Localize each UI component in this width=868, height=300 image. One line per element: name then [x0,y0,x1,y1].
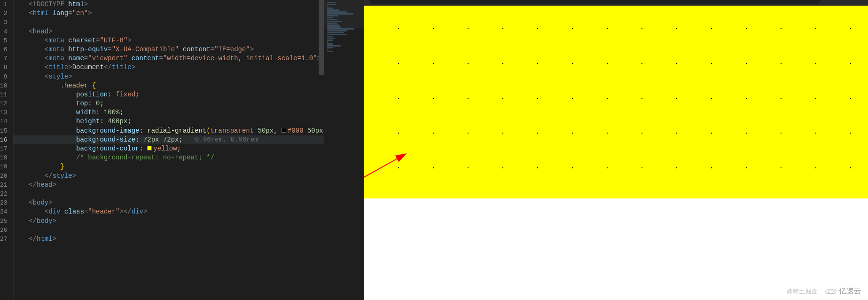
line-number: 5 [0,36,8,45]
browser-preview: http://127.0.0.1:5500/index.html @稀土掘金 [364,0,868,300]
browser-address-bar: http://127.0.0.1:5500/index.html [364,0,868,6]
url-input[interactable]: http://127.0.0.1:5500/index.html [368,0,822,4]
editor-vertical-scrollbar[interactable] [319,0,324,300]
minimap[interactable] [324,0,364,300]
line-number: 13 [0,108,8,117]
text-cursor [183,135,183,143]
line-number: 24 [0,207,8,216]
line-number: 23 [0,198,8,207]
code-editor[interactable]: 1234567891011121314151617181920212223242… [0,0,324,300]
active-line[interactable]: background-size: 72px 72px; 0.96rem, 0.9… [13,135,331,144]
line-number: 25 [0,217,8,226]
line-number: 16 [0,135,8,144]
line-number: 17 [0,144,8,153]
color-swatch-yellow [147,146,152,150]
scrollbar-thumb[interactable] [319,0,324,75]
line-number: 15 [0,126,8,135]
line-number: 2 [0,9,8,18]
line-number-gutter: 1234567891011121314151617181920212223242… [0,0,13,300]
line-number: 10 [0,81,8,90]
line-number: 22 [0,189,8,198]
line-number: 26 [0,226,8,235]
line-number: 9 [0,72,8,81]
color-swatch-black [282,128,286,133]
line-number: 8 [0,63,8,72]
code-content[interactable]: <!DOCTYPE html> <html lang="en"> <head> … [13,0,331,300]
line-number: 19 [0,162,8,171]
inline-hint: 0.96rem, 0.96rem [183,136,258,143]
line-number: 7 [0,54,8,63]
line-number: 20 [0,172,8,181]
line-number: 1 [0,0,8,9]
line-number: 21 [0,181,8,189]
line-number: 18 [0,153,8,162]
line-number: 14 [0,117,8,126]
line-number: 27 [0,235,8,244]
rendered-header-element [364,6,868,198]
watermark-juejin: @稀土掘金 [787,287,817,296]
watermark-yisu: 亿速云 [824,286,861,296]
line-number: 12 [0,99,8,108]
browser-viewport[interactable]: @稀土掘金 亿速云 [364,6,868,300]
line-number: 6 [0,45,8,54]
line-number: 4 [0,27,8,36]
line-number: 3 [0,18,8,27]
line-number: 11 [0,90,8,99]
